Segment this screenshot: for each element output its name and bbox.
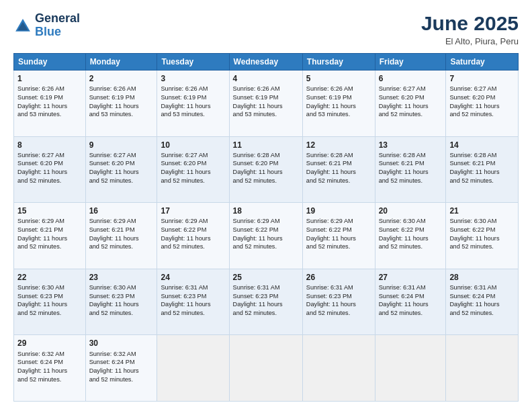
day-number: 10 <box>161 140 225 150</box>
day-number: 4 <box>233 73 299 84</box>
cell-content: Sunrise: 6:28 AMSunset: 6:20 PMDaylight:… <box>233 151 299 185</box>
location: El Alto, Piura, Peru <box>421 36 519 46</box>
calendar-cell: 4Sunrise: 6:26 AMSunset: 6:19 PMDaylight… <box>229 71 302 137</box>
calendar-cell: 24Sunrise: 6:31 AMSunset: 6:23 PMDayligh… <box>157 269 229 335</box>
col-header-wednesday: Wednesday <box>229 54 302 71</box>
day-number: 26 <box>306 272 371 283</box>
calendar-week-1: 1Sunrise: 6:26 AMSunset: 6:19 PMDaylight… <box>14 71 519 137</box>
calendar-cell: 17Sunrise: 6:29 AMSunset: 6:22 PMDayligh… <box>157 203 229 269</box>
cell-content: Sunrise: 6:26 AMSunset: 6:19 PMDaylight:… <box>161 85 225 119</box>
cell-content: Sunrise: 6:30 AMSunset: 6:22 PMDaylight:… <box>379 217 443 251</box>
calendar-cell: 10Sunrise: 6:27 AMSunset: 6:20 PMDayligh… <box>157 136 229 203</box>
header: General Blue June 2025 El Alto, Piura, P… <box>13 12 519 46</box>
day-number: 9 <box>89 140 154 150</box>
calendar-cell: 12Sunrise: 6:28 AMSunset: 6:21 PMDayligh… <box>302 136 375 203</box>
day-number: 25 <box>233 272 299 283</box>
day-number: 28 <box>449 272 515 283</box>
cell-content: Sunrise: 6:29 AMSunset: 6:21 PMDaylight:… <box>17 217 82 251</box>
cell-content: Sunrise: 6:27 AMSunset: 6:20 PMDaylight:… <box>379 85 443 119</box>
calendar-cell: 16Sunrise: 6:29 AMSunset: 6:21 PMDayligh… <box>85 203 157 269</box>
calendar-cell: 19Sunrise: 6:29 AMSunset: 6:22 PMDayligh… <box>302 203 375 269</box>
cell-content: Sunrise: 6:26 AMSunset: 6:19 PMDaylight:… <box>89 85 154 119</box>
cell-content: Sunrise: 6:29 AMSunset: 6:21 PMDaylight:… <box>89 217 154 251</box>
calendar-cell: 1Sunrise: 6:26 AMSunset: 6:19 PMDaylight… <box>14 71 86 137</box>
day-number: 3 <box>161 73 225 84</box>
day-number: 14 <box>449 140 515 150</box>
calendar-cell: 8Sunrise: 6:27 AMSunset: 6:20 PMDaylight… <box>14 136 86 203</box>
day-number: 7 <box>449 73 515 84</box>
col-header-saturday: Saturday <box>446 54 519 71</box>
calendar-cell: 6Sunrise: 6:27 AMSunset: 6:20 PMDaylight… <box>375 71 446 137</box>
calendar-cell: 14Sunrise: 6:28 AMSunset: 6:21 PMDayligh… <box>446 136 519 203</box>
cell-content: Sunrise: 6:30 AMSunset: 6:22 PMDaylight:… <box>449 217 515 251</box>
calendar-week-5: 29Sunrise: 6:32 AMSunset: 6:24 PMDayligh… <box>14 335 519 402</box>
calendar-cell: 30Sunrise: 6:32 AMSunset: 6:24 PMDayligh… <box>85 335 157 402</box>
calendar-cell: 29Sunrise: 6:32 AMSunset: 6:24 PMDayligh… <box>14 335 86 402</box>
cell-content: Sunrise: 6:29 AMSunset: 6:22 PMDaylight:… <box>161 217 225 251</box>
day-number: 6 <box>379 73 443 84</box>
cell-content: Sunrise: 6:30 AMSunset: 6:23 PMDaylight:… <box>89 283 154 318</box>
cell-content: Sunrise: 6:28 AMSunset: 6:21 PMDaylight:… <box>306 151 371 185</box>
calendar-cell <box>446 335 519 402</box>
calendar-cell: 28Sunrise: 6:31 AMSunset: 6:24 PMDayligh… <box>446 269 519 335</box>
cell-content: Sunrise: 6:27 AMSunset: 6:20 PMDaylight:… <box>161 151 225 185</box>
calendar-week-4: 22Sunrise: 6:30 AMSunset: 6:23 PMDayligh… <box>14 269 519 335</box>
day-number: 22 <box>17 272 82 283</box>
day-number: 19 <box>306 205 371 216</box>
day-number: 29 <box>17 338 82 349</box>
month-title: June 2025 <box>421 12 519 35</box>
calendar-cell: 25Sunrise: 6:31 AMSunset: 6:23 PMDayligh… <box>229 269 302 335</box>
page: General Blue June 2025 El Alto, Piura, P… <box>0 0 532 411</box>
cell-content: Sunrise: 6:31 AMSunset: 6:24 PMDaylight:… <box>449 283 515 318</box>
day-number: 13 <box>379 140 443 150</box>
cell-content: Sunrise: 6:26 AMSunset: 6:19 PMDaylight:… <box>233 85 299 119</box>
cell-content: Sunrise: 6:27 AMSunset: 6:20 PMDaylight:… <box>17 151 82 185</box>
cell-content: Sunrise: 6:31 AMSunset: 6:23 PMDaylight:… <box>233 283 299 318</box>
day-number: 5 <box>306 73 371 84</box>
calendar-cell: 2Sunrise: 6:26 AMSunset: 6:19 PMDaylight… <box>85 71 157 137</box>
calendar-week-3: 15Sunrise: 6:29 AMSunset: 6:21 PMDayligh… <box>14 203 519 269</box>
calendar-cell: 27Sunrise: 6:31 AMSunset: 6:24 PMDayligh… <box>375 269 446 335</box>
calendar-table: SundayMondayTuesdayWednesdayThursdayFrid… <box>13 53 519 402</box>
day-number: 15 <box>17 205 82 216</box>
day-number: 16 <box>89 205 154 216</box>
day-number: 21 <box>449 205 515 216</box>
calendar-cell <box>229 335 302 402</box>
logo: General Blue <box>13 12 80 39</box>
calendar-cell: 20Sunrise: 6:30 AMSunset: 6:22 PMDayligh… <box>375 203 446 269</box>
day-number: 2 <box>89 73 154 84</box>
calendar-cell <box>157 335 229 402</box>
calendar-cell: 22Sunrise: 6:30 AMSunset: 6:23 PMDayligh… <box>14 269 86 335</box>
cell-content: Sunrise: 6:31 AMSunset: 6:24 PMDaylight:… <box>379 283 443 318</box>
day-number: 18 <box>233 205 299 216</box>
cell-content: Sunrise: 6:29 AMSunset: 6:22 PMDaylight:… <box>306 217 371 251</box>
cell-content: Sunrise: 6:30 AMSunset: 6:23 PMDaylight:… <box>17 283 82 318</box>
day-number: 1 <box>17 73 82 84</box>
day-number: 12 <box>306 140 371 150</box>
calendar-cell: 5Sunrise: 6:26 AMSunset: 6:19 PMDaylight… <box>302 71 375 137</box>
day-number: 23 <box>89 272 154 283</box>
col-header-thursday: Thursday <box>302 54 375 71</box>
col-header-friday: Friday <box>375 54 446 71</box>
day-number: 11 <box>233 140 299 150</box>
col-header-monday: Monday <box>85 54 157 71</box>
cell-content: Sunrise: 6:27 AMSunset: 6:20 PMDaylight:… <box>89 151 154 185</box>
col-header-tuesday: Tuesday <box>157 54 229 71</box>
logo-text: General Blue <box>35 12 80 39</box>
calendar-cell: 15Sunrise: 6:29 AMSunset: 6:21 PMDayligh… <box>14 203 86 269</box>
day-number: 27 <box>379 272 443 283</box>
col-header-sunday: Sunday <box>14 54 86 71</box>
calendar-cell <box>302 335 375 402</box>
title-block: June 2025 El Alto, Piura, Peru <box>421 12 519 46</box>
cell-content: Sunrise: 6:28 AMSunset: 6:21 PMDaylight:… <box>379 151 443 185</box>
calendar-cell: 21Sunrise: 6:30 AMSunset: 6:22 PMDayligh… <box>446 203 519 269</box>
calendar-cell <box>375 335 446 402</box>
calendar-cell: 3Sunrise: 6:26 AMSunset: 6:19 PMDaylight… <box>157 71 229 137</box>
cell-content: Sunrise: 6:27 AMSunset: 6:20 PMDaylight:… <box>449 85 515 119</box>
cell-content: Sunrise: 6:28 AMSunset: 6:21 PMDaylight:… <box>449 151 515 185</box>
day-number: 30 <box>89 338 154 349</box>
day-number: 17 <box>161 205 225 216</box>
cell-content: Sunrise: 6:26 AMSunset: 6:19 PMDaylight:… <box>306 85 371 119</box>
cell-content: Sunrise: 6:29 AMSunset: 6:22 PMDaylight:… <box>233 217 299 251</box>
calendar-cell: 23Sunrise: 6:30 AMSunset: 6:23 PMDayligh… <box>85 269 157 335</box>
